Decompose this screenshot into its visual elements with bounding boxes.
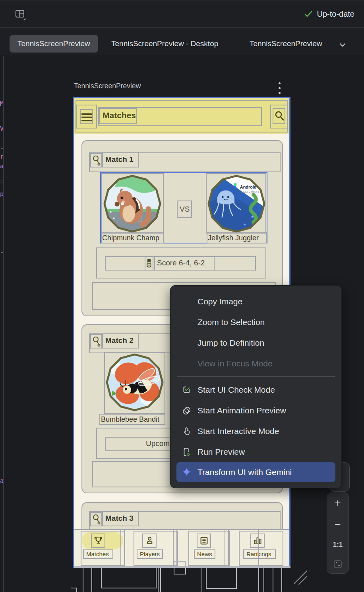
- gemini-icon: [181, 466, 193, 478]
- app-bar-title: Matches: [103, 111, 136, 120]
- avatar-badge-version: Jellyfish v 2023.3.1: [241, 191, 259, 193]
- check-icon: [304, 9, 313, 19]
- jellyfish-avatar[interactable]: Android St Jellyfish v 2023.3.1: [207, 174, 266, 233]
- app-top-bar: Matches: [74, 98, 289, 134]
- tab-tennisscreenpreview[interactable]: TennisScreenPreview: [10, 35, 98, 53]
- zoom-controls: + − 1:1: [327, 493, 349, 574]
- code-fragment: r: [0, 153, 3, 160]
- tab-tennisscreenpreview-3[interactable]: TennisScreenPreview: [250, 35, 330, 53]
- tab-tennisscreenpreview-desktop[interactable]: TennisScreenPreview - Desktop: [111, 35, 218, 53]
- menu-item-jump-to-definition[interactable]: Jump to Definition: [170, 333, 341, 353]
- chipmunk-avatar[interactable]: [103, 174, 162, 233]
- player1-name: Chipmunk Champ: [102, 234, 159, 242]
- no-icon: [181, 358, 193, 370]
- code-fragment: M: [0, 100, 3, 107]
- fit-to-screen-icon[interactable]: [333, 560, 342, 569]
- no-icon: [181, 337, 193, 349]
- medal-icon: [146, 259, 152, 268]
- zoom-out-button[interactable]: −: [335, 519, 341, 530]
- build-status: Up-to-date: [304, 9, 355, 19]
- run-preview-icon: [181, 446, 193, 458]
- menu-item-start-interactive-mode[interactable]: Start Interactive Mode: [170, 421, 341, 442]
- code-fragment: p: [0, 191, 3, 198]
- menu-item-start-ui-check-mode[interactable]: Start UI Check Mode: [170, 380, 341, 400]
- code-fragment: V/: [0, 125, 3, 132]
- editor-layout-icon[interactable]: [14, 8, 27, 21]
- code-fragment: -: [0, 249, 3, 256]
- nav-item-players[interactable]: Players: [140, 551, 160, 557]
- menu-separator: [177, 376, 335, 377]
- menu-item-transform-ui-with-gemini[interactable]: Transform UI with Gemini: [176, 462, 335, 482]
- news-icon[interactable]: [199, 535, 209, 546]
- editor-splitter[interactable]: [3, 56, 4, 592]
- match-title: Match 3: [105, 514, 134, 523]
- match-score: Score 6-4, 6-2: [157, 259, 205, 267]
- code-fragment: a: [0, 163, 3, 170]
- zoom-ratio-button[interactable]: 1:1: [333, 541, 343, 549]
- bumblebee-avatar[interactable]: [105, 353, 164, 412]
- person-icon[interactable]: [144, 535, 155, 546]
- match-title: Match 1: [105, 155, 134, 164]
- android-studio-compose-preview-panel: Up-to-date TennisScreenPreview TennisScr…: [0, 0, 364, 592]
- code-fragment: -: [0, 145, 3, 152]
- match-title: Match 2: [105, 336, 134, 345]
- vs-label: VS: [180, 205, 190, 214]
- preview-options-kebab-icon[interactable]: [276, 80, 283, 94]
- code-fragment: =: [0, 178, 3, 185]
- player2-name: Jellyfish Juggler: [208, 234, 259, 242]
- preview-name-label[interactable]: TennisScreenPreview: [74, 82, 141, 90]
- rankings-icon[interactable]: [252, 535, 263, 546]
- preview-context-menu: Copy Image Zoom to Selection Jump to Def…: [170, 285, 342, 488]
- trophy-icon[interactable]: [93, 535, 104, 546]
- menu-item-view-in-focus-mode: View in Focus Mode: [170, 353, 341, 374]
- animation-preview-icon: [181, 405, 193, 417]
- interactive-mode-icon: [181, 425, 193, 437]
- player1-name: Bumblebee Bandit: [101, 415, 159, 424]
- no-icon: [181, 316, 193, 328]
- menu-item-zoom-to-selection[interactable]: Zoom to Selection: [170, 312, 341, 333]
- ui-check-icon: [181, 384, 193, 396]
- menu-item-run-preview[interactable]: Run Preview: [170, 442, 341, 462]
- tennis-racket-icon: [92, 336, 101, 347]
- tennis-racket-icon: [92, 155, 101, 166]
- preview-toolbar: Up-to-date: [0, 0, 364, 28]
- nav-item-matches[interactable]: Matches: [86, 551, 109, 557]
- menu-item-copy-image[interactable]: Copy Image: [170, 291, 341, 312]
- menu-hamburger-icon[interactable]: [81, 112, 92, 123]
- no-icon: [181, 296, 193, 308]
- search-icon[interactable]: [274, 110, 285, 122]
- status-label: Up-to-date: [317, 10, 355, 19]
- menu-item-start-animation-preview[interactable]: Start Animation Preview: [170, 400, 341, 421]
- tennis-racket-icon: [92, 514, 101, 525]
- code-fragment: a: [0, 477, 3, 485]
- chevron-down-icon[interactable]: [337, 39, 348, 51]
- nav-item-news[interactable]: News: [197, 551, 212, 557]
- zoom-in-button[interactable]: +: [335, 498, 341, 508]
- preview-tab-bar: TennisScreenPreview TennisScreenPreview …: [0, 28, 364, 55]
